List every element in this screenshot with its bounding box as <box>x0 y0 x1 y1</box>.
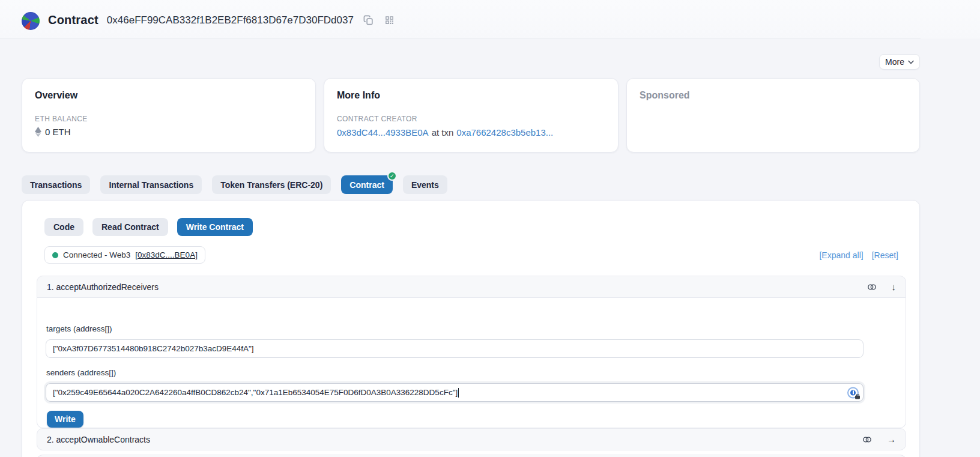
contract-panel: Code Read Contract Write Contract Connec… <box>22 200 920 457</box>
text-cursor <box>458 388 459 398</box>
subtab-code[interactable]: Code <box>44 218 83 236</box>
contract-address: 0x46eFF99CAB332f1B2EB2Ff6813D67e7D30FDd0… <box>107 14 354 26</box>
main-tabs: Transactions Internal Transactions Token… <box>22 175 447 194</box>
sponsored-card: Sponsored <box>626 78 920 153</box>
panel-actions: [Expand all] [Reset] <box>819 250 898 260</box>
eth-icon <box>35 127 41 137</box>
reset-link[interactable]: [Reset] <box>872 250 898 260</box>
lock-icon <box>855 395 860 399</box>
creator-connector-text: at txn <box>432 127 454 138</box>
page-title: Contract <box>48 13 98 27</box>
collapse-arrow-icon[interactable]: ↓ <box>892 282 897 292</box>
connection-status-text: Connected - Web3 <box>63 250 130 259</box>
tab-contract[interactable]: Contract ✓ <box>341 175 393 194</box>
senders-input[interactable]: ["0x259c49E65644a020C2A642260a4ffB0CD862… <box>46 383 864 402</box>
targets-input[interactable]: ["0xA3f07D6773514480b918C2742b027b3acD9E… <box>46 339 864 358</box>
copy-icon[interactable] <box>362 14 375 26</box>
tab-internal-transactions[interactable]: Internal Transactions <box>100 175 202 194</box>
write-button[interactable]: Write <box>47 411 83 428</box>
expand-all-link[interactable]: [Expand all] <box>819 250 863 260</box>
wallet-connection-status: Connected - Web3 [0x83dC....BE0A] <box>44 246 205 264</box>
senders-field-label: senders (address[]) <box>46 368 116 377</box>
method-accept-ownable-contracts: 2. acceptOwnableContracts → <box>37 428 906 450</box>
contract-subtabs: Code Read Contract Write Contract <box>44 218 253 236</box>
permalink-icon[interactable] <box>862 434 873 445</box>
method-3-header[interactable] <box>37 455 906 457</box>
contract-avatar <box>22 12 40 30</box>
tab-token-transfers[interactable]: Token Transfers (ERC-20) <box>212 175 331 194</box>
contract-creator-label: CONTRACT CREATOR <box>337 115 605 123</box>
method-2-header[interactable]: 2. acceptOwnableContracts → <box>37 428 906 450</box>
connected-dot-icon <box>52 252 58 258</box>
chevron-down-icon <box>908 60 914 64</box>
connected-wallet-address-link[interactable]: [0x83dC....BE0A] <box>135 250 198 259</box>
eth-balance-label: ETH BALANCE <box>35 115 303 123</box>
tab-events[interactable]: Events <box>403 175 447 194</box>
overview-card-title: Overview <box>35 90 303 101</box>
targets-field-label: targets (address[]) <box>46 324 112 333</box>
subtab-read-contract[interactable]: Read Contract <box>92 218 168 236</box>
method-next-partial <box>37 455 906 457</box>
method-accept-authorized-receivers: 1. acceptAuthorizedReceivers ↓ targets (… <box>37 276 906 428</box>
more-dropdown-label: More <box>885 57 904 67</box>
more-info-card: More Info CONTRACT CREATOR 0x83dC44...49… <box>324 78 619 153</box>
overview-card: Overview ETH BALANCE 0 ETH <box>22 78 316 153</box>
creation-txn-link[interactable]: 0xa7662428c3b5eb13... <box>456 127 553 138</box>
more-dropdown-button[interactable]: More <box>879 54 920 70</box>
page: Contract 0x46eFF99CAB332f1B2EB2Ff6813D67… <box>0 0 980 457</box>
password-extension-icon[interactable] <box>847 387 859 398</box>
creator-address-link[interactable]: 0x83dC44...4933BE0A <box>337 127 429 138</box>
tab-transactions[interactable]: Transactions <box>22 175 90 194</box>
page-header: Contract 0x46eFF99CAB332f1B2EB2Ff6813D67… <box>0 0 921 38</box>
method-1-title: 1. acceptAuthorizedReceivers <box>47 282 159 292</box>
method-1-body: targets (address[]) ["0xA3f07D6773514480… <box>37 298 906 428</box>
sponsored-card-title: Sponsored <box>640 90 907 101</box>
method-1-header[interactable]: 1. acceptAuthorizedReceivers ↓ <box>37 276 906 298</box>
subtab-write-contract[interactable]: Write Contract <box>177 218 253 236</box>
verified-check-icon: ✓ <box>387 171 397 181</box>
eth-balance-value: 0 ETH <box>45 127 71 137</box>
more-info-card-title: More Info <box>337 90 605 101</box>
permalink-icon[interactable] <box>867 282 877 292</box>
qr-code-icon[interactable] <box>383 14 396 26</box>
expand-arrow-icon[interactable]: → <box>887 434 896 444</box>
method-2-title: 2. acceptOwnableContracts <box>47 435 150 444</box>
